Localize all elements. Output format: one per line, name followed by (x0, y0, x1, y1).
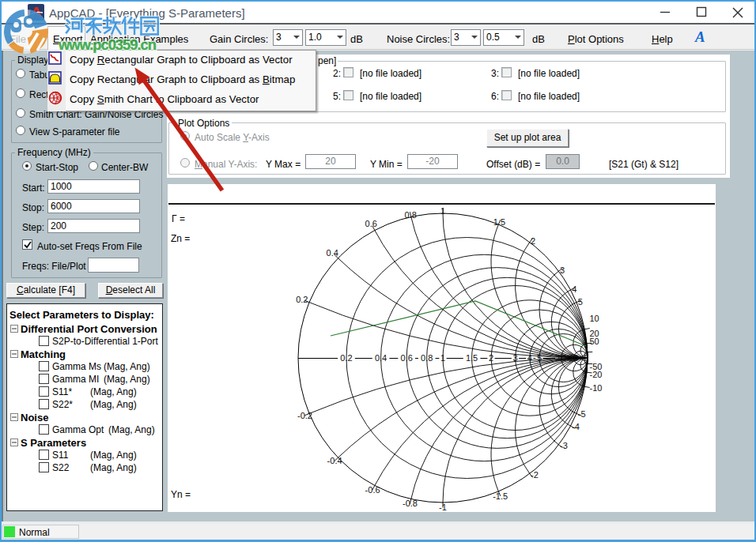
svg-text:50: 50 (590, 337, 599, 346)
svg-text:-50: -50 (590, 362, 603, 371)
svg-text:0.6: 0.6 (365, 219, 377, 228)
svg-text:-1: -1 (439, 502, 447, 512)
svg-text:0.4: 0.4 (375, 353, 387, 363)
svg-text:-0.2: -0.2 (297, 411, 312, 420)
svg-text:-10: -10 (590, 383, 603, 393)
svg-text:0.2: 0.2 (340, 353, 352, 363)
svg-text:-0.6: -0.6 (365, 485, 380, 495)
svg-text:-0.4: -0.4 (327, 456, 342, 465)
svg-text:1.5: 1.5 (466, 353, 478, 363)
svg-text:2: 2 (531, 236, 535, 246)
svg-text:-2: -2 (531, 470, 539, 480)
svg-text:10: 10 (590, 314, 599, 323)
svg-text:1: 1 (440, 353, 445, 363)
svg-text:0.2: 0.2 (296, 295, 308, 304)
svg-text:1.5: 1.5 (493, 217, 505, 227)
svg-text:3: 3 (560, 265, 565, 275)
svg-text:0.8: 0.8 (405, 210, 417, 220)
svg-text:3: 3 (512, 353, 517, 363)
svg-text:4: 4 (527, 353, 532, 363)
svg-text:1: 1 (440, 206, 445, 216)
svg-text:2: 2 (489, 353, 493, 363)
svg-text:-5: -5 (578, 409, 586, 419)
svg-text:5: 5 (537, 353, 542, 363)
svg-text:-0.8: -0.8 (403, 499, 418, 508)
svg-text:0.8: 0.8 (421, 353, 433, 363)
svg-text:0.4: 0.4 (327, 248, 338, 258)
svg-text:20: 20 (569, 353, 578, 363)
svg-text:-1.5: -1.5 (493, 491, 508, 501)
svg-text:10: 10 (557, 353, 566, 363)
svg-text:-4: -4 (572, 422, 580, 431)
svg-text:0.6: 0.6 (401, 353, 413, 363)
svg-text:5: 5 (578, 297, 583, 307)
svg-text:4: 4 (572, 284, 576, 294)
svg-text:www.pc0359.cn: www.pc0359.cn (59, 36, 157, 53)
svg-text:-3: -3 (560, 441, 568, 450)
